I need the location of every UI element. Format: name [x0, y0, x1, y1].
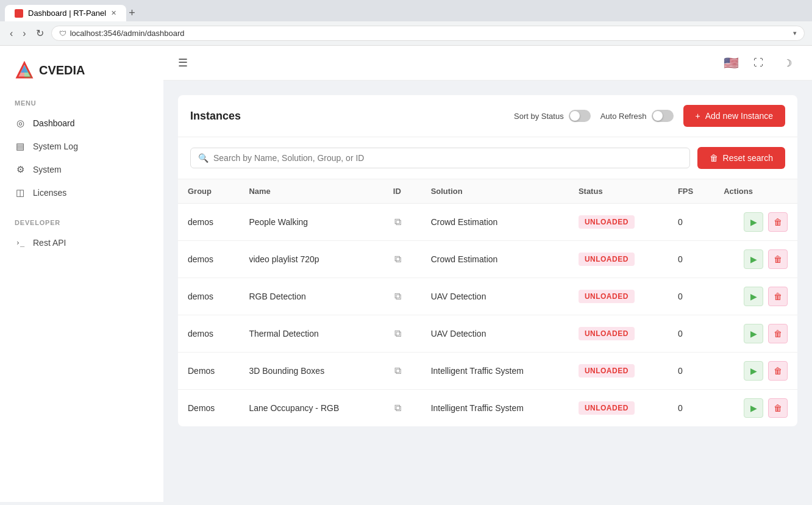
url-text: localhost:3546/admin/dashboard	[70, 29, 793, 38]
play-button[interactable]: ▶	[744, 361, 763, 381]
cell-solution: Intelligent Traffic System	[421, 353, 569, 390]
copy-id-button[interactable]: ⧉	[393, 364, 402, 378]
status-badge: UNLOADED	[579, 401, 635, 415]
cell-group: Demos	[178, 353, 239, 390]
status-badge: UNLOADED	[579, 253, 635, 266]
sidebar-item-licenses-label: Licenses	[33, 188, 66, 198]
copy-id-button[interactable]: ⧉	[393, 290, 402, 303]
status-badge: UNLOADED	[579, 290, 635, 303]
col-name: Name	[239, 179, 383, 204]
main-content: ☰ 🇺🇸 ⛶ ☽ Instances Sort by Status	[163, 46, 812, 502]
app-layout: CVEDIA MENU ◎ Dashboard ▤ System Log ⚙ S…	[0, 46, 812, 502]
reset-search-button[interactable]: 🗑 Reset search	[697, 147, 785, 169]
sidebar-item-rest-api[interactable]: ›_ Rest API	[0, 231, 163, 254]
actions-cell: ▶ 🗑	[724, 249, 788, 269]
sidebar-item-licenses[interactable]: ◫ Licenses	[0, 181, 163, 204]
auto-refresh-toggle[interactable]	[652, 110, 674, 122]
logo-icon	[15, 60, 34, 80]
tab-favicon	[15, 9, 23, 18]
col-actions: Actions	[714, 179, 797, 204]
cell-fps: 0	[668, 204, 714, 241]
table-row: Demos 3D Bounding Boxes ⧉ Intelligent Tr…	[178, 353, 797, 390]
play-button[interactable]: ▶	[744, 212, 763, 232]
delete-button[interactable]: 🗑	[768, 212, 788, 232]
tab-close-button[interactable]: ✕	[111, 9, 116, 17]
status-badge: UNLOADED	[579, 215, 635, 229]
hamburger-button[interactable]: ☰	[178, 56, 188, 70]
back-button[interactable]: ‹	[7, 26, 15, 41]
copy-id-button[interactable]: ⧉	[393, 327, 402, 340]
copy-id-button[interactable]: ⧉	[393, 253, 402, 266]
play-button[interactable]: ▶	[744, 324, 763, 343]
active-tab[interactable]: Dashboard | RT-Panel ✕	[5, 5, 126, 21]
cell-group: demos	[178, 315, 239, 353]
sort-by-status-group: Sort by Status	[514, 110, 591, 122]
add-instance-button[interactable]: + Add new Instance	[683, 105, 785, 127]
sidebar-item-rest-api-label: Rest API	[33, 238, 66, 248]
menu-section-label: MENU	[0, 95, 163, 112]
cell-group: Demos	[178, 390, 239, 427]
theme-toggle-button[interactable]: ☽	[778, 53, 797, 73]
table-row: demos video playlist 720p ⧉ Crowd Estima…	[178, 241, 797, 278]
delete-button[interactable]: 🗑	[768, 324, 788, 343]
search-input-wrapper[interactable]: 🔍	[190, 148, 690, 168]
cell-name: People Walking	[239, 204, 383, 241]
reload-button[interactable]: ↻	[34, 25, 46, 41]
cell-id: ⧉	[383, 315, 421, 353]
delete-button[interactable]: 🗑	[768, 398, 788, 418]
copy-id-button[interactable]: ⧉	[393, 215, 402, 229]
url-dropdown-icon: ▾	[793, 29, 797, 37]
delete-button[interactable]: 🗑	[768, 361, 788, 381]
sidebar-item-system-log[interactable]: ▤ System Log	[0, 135, 163, 158]
cell-solution: Crowd Estimation	[421, 241, 569, 278]
play-button[interactable]: ▶	[744, 287, 763, 306]
play-button[interactable]: ▶	[744, 398, 763, 418]
copy-id-button[interactable]: ⧉	[393, 401, 402, 415]
cell-name: Thermal Detection	[239, 315, 383, 353]
cell-status: UNLOADED	[569, 390, 668, 427]
page-content: Instances Sort by Status Auto Refresh + …	[163, 81, 812, 502]
cell-id: ⧉	[383, 278, 421, 315]
actions-cell: ▶ 🗑	[724, 361, 788, 381]
address-bar[interactable]: 🛡 localhost:3546/admin/dashboard ▾	[51, 26, 805, 41]
cell-actions: ▶ 🗑	[714, 278, 797, 315]
new-tab-button[interactable]: +	[129, 7, 135, 20]
tab-title: Dashboard | RT-Panel	[28, 9, 106, 18]
sidebar-item-dashboard-label: Dashboard	[33, 118, 75, 128]
cell-status: UNLOADED	[569, 278, 668, 315]
forward-button[interactable]: ›	[20, 26, 28, 41]
sidebar-item-system[interactable]: ⚙ System	[0, 158, 163, 181]
fullscreen-button[interactable]: ⛶	[749, 53, 768, 73]
language-flag-icon[interactable]: 🇺🇸	[724, 56, 739, 70]
table-row: Demos Lane Occupancy - RGB ⧉ Intelligent…	[178, 390, 797, 427]
cell-actions: ▶ 🗑	[714, 315, 797, 353]
status-badge: UNLOADED	[579, 364, 635, 378]
fullscreen-icon: ⛶	[753, 57, 763, 68]
delete-button[interactable]: 🗑	[768, 287, 788, 306]
sidebar-item-system-label: System	[33, 165, 62, 174]
delete-button[interactable]: 🗑	[768, 249, 788, 269]
reset-search-icon: 🗑	[710, 153, 718, 163]
cell-id: ⧉	[383, 390, 421, 427]
browser-chrome: Dashboard | RT-Panel ✕ + ‹ › ↻ 🛡 localho…	[0, 0, 812, 46]
cell-fps: 0	[668, 315, 714, 353]
reset-search-label: Reset search	[723, 153, 773, 163]
table-header-row: Group Name ID Solution Status FPS Action…	[178, 179, 797, 204]
col-group: Group	[178, 179, 239, 204]
logo-area: CVEDIA	[0, 60, 163, 95]
instances-table: Group Name ID Solution Status FPS Action…	[178, 179, 797, 426]
cell-solution: UAV Detection	[421, 315, 569, 353]
cell-name: RGB Detection	[239, 278, 383, 315]
auto-refresh-group: Auto Refresh	[600, 110, 674, 122]
sidebar: CVEDIA MENU ◎ Dashboard ▤ System Log ⚙ S…	[0, 46, 163, 502]
cell-id: ⧉	[383, 353, 421, 390]
search-input[interactable]	[213, 153, 682, 163]
col-id: ID	[383, 179, 421, 204]
play-button[interactable]: ▶	[744, 249, 763, 269]
sidebar-item-dashboard[interactable]: ◎ Dashboard	[0, 112, 163, 135]
auto-refresh-label: Auto Refresh	[600, 112, 647, 121]
sort-by-status-toggle[interactable]	[569, 110, 591, 122]
logo: CVEDIA	[15, 60, 149, 80]
cell-fps: 0	[668, 241, 714, 278]
actions-cell: ▶ 🗑	[724, 324, 788, 343]
